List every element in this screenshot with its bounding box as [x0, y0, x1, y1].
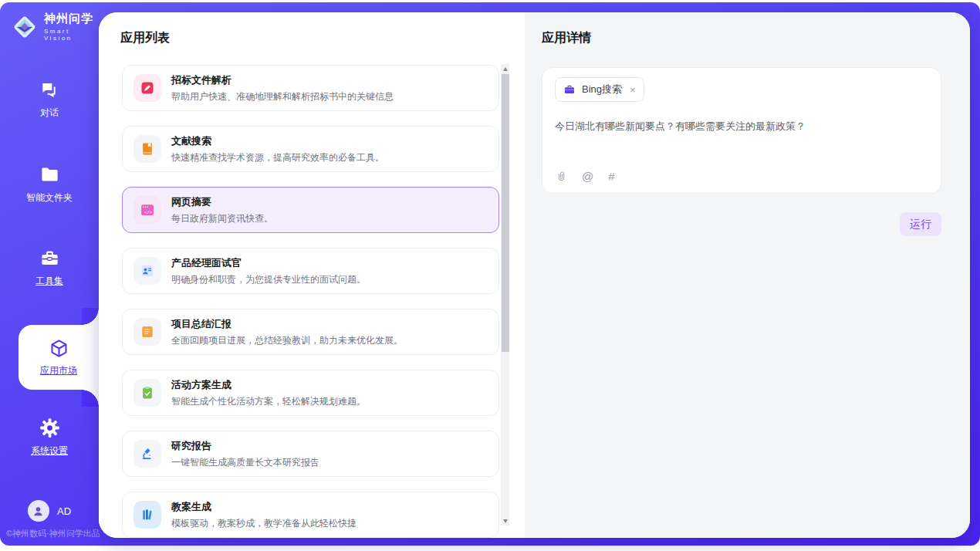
folder-icon: [39, 164, 60, 185]
research-report-icon: [133, 440, 161, 468]
brand-name: 神州问学: [44, 12, 99, 26]
tool-chip-bing-search[interactable]: Bing搜索 ×: [555, 77, 644, 102]
app-desc: 快速精准查找学术资源，提高研究效率的必备工具。: [171, 151, 384, 164]
app-desc: 全面回顾项目进展，总结经验教训，助力未来优化发展。: [171, 334, 403, 347]
chat-icon: [39, 79, 60, 100]
sidebar-footer: ©神州数码·神州问学出品: [6, 528, 100, 539]
sidebar-item-toolset[interactable]: 工具集: [0, 248, 99, 288]
gear-icon: [39, 417, 60, 438]
sidebar: 神州问学 Smart Vision 对话 智能文件夹 工具集: [0, 2, 99, 546]
app-card-research-report[interactable]: 研究报告 一键智能生成高质量长文本研究报告: [122, 431, 499, 477]
app-detail-title: 应用详情: [542, 30, 941, 46]
user-account[interactable]: AD: [0, 500, 99, 522]
sidebar-item-label: 应用市场: [40, 364, 77, 377]
content-container: 应用列表 招标文件解析 帮助用户快速、准确地理解和解析招标书中的关键信息 文献搜…: [99, 12, 970, 538]
app-name: 产品经理面试官: [171, 256, 366, 270]
webpage-summary-icon: </>: [133, 196, 161, 224]
sidebar-item-settings[interactable]: 系统设置: [0, 417, 99, 458]
app-name: 文献搜索: [171, 134, 384, 148]
literature-search-icon: [133, 135, 161, 163]
project-summary-icon: [133, 318, 161, 346]
app-desc: 模板驱动，教案秒成，教学准备从此轻松快捷: [171, 517, 357, 530]
sidebar-item-chat[interactable]: 对话: [0, 79, 99, 120]
briefcase-icon: [563, 83, 576, 96]
user-name: AD: [57, 505, 71, 517]
hash-icon[interactable]: #: [608, 171, 614, 183]
app-card-literature-search[interactable]: 文献搜索 快速精准查找学术资源，提高研究效率的必备工具。: [122, 126, 499, 172]
app-card-pm-interviewer[interactable]: 产品经理面试官 明确身份和职责，为您提供专业性的面试问题。: [122, 248, 499, 294]
close-icon[interactable]: ×: [630, 84, 636, 96]
tool-chip-label: Bing搜索: [582, 83, 622, 96]
attachment-icon[interactable]: [556, 170, 567, 183]
app-desc: 智能生成个性化活动方案，轻松解决规划难题。: [171, 395, 366, 408]
app-desc: 每日政府新闻资讯快查。: [171, 212, 273, 225]
sidebar-item-label: 对话: [40, 106, 59, 120]
scroll-down-icon[interactable]: [501, 516, 509, 526]
app-detail-panel: 应用详情 Bing搜索 × 今日湖北有哪些新闻要点？有哪些需要关注的最新政策？ …: [525, 12, 970, 538]
sidebar-item-smart-folder[interactable]: 智能文件夹: [0, 164, 99, 205]
user-avatar-icon: [32, 505, 45, 518]
prompt-text[interactable]: 今日湖北有哪些新闻要点？有哪些需要关注的最新政策？: [555, 120, 928, 134]
sidebar-item-app-market[interactable]: 应用市场: [19, 325, 99, 390]
input-toolbar: @ #: [556, 170, 615, 183]
app-list-title: 应用列表: [120, 30, 170, 46]
event-plan-icon: [133, 379, 161, 407]
app-desc: 帮助用户快速、准确地理解和解析招标书中的关键信息: [171, 90, 394, 103]
prompt-input-card[interactable]: Bing搜索 × 今日湖北有哪些新闻要点？有哪些需要关注的最新政策？ @ #: [542, 67, 941, 194]
app-desc: 一键智能生成高质量长文本研究报告: [171, 456, 319, 469]
svg-text:</>: </>: [144, 210, 153, 215]
pm-interviewer-icon: [133, 257, 161, 285]
mention-icon[interactable]: @: [582, 171, 593, 183]
app-name: 教案生成: [171, 500, 357, 514]
list-scrollbar[interactable]: [501, 64, 509, 526]
app-card-list: 招标文件解析 帮助用户快速、准确地理解和解析招标书中的关键信息 文献搜索 快速精…: [122, 65, 499, 538]
app-card-webpage-summary[interactable]: </> 网页摘要 每日政府新闻资讯快查。: [122, 187, 499, 233]
app-name: 研究报告: [171, 439, 319, 453]
app-name: 招标文件解析: [171, 73, 394, 87]
sidebar-item-label: 系统设置: [31, 445, 68, 458]
brand-logo: 神州问学 Smart Vision: [11, 12, 99, 42]
sidebar-item-label: 工具集: [35, 275, 63, 288]
app-card-event-plan[interactable]: 活动方案生成 智能生成个性化活动方案，轻松解决规划难题。: [122, 370, 499, 416]
app-name: 项目总结汇报: [171, 317, 403, 331]
app-desc: 明确身份和职责，为您提供专业性的面试问题。: [171, 273, 366, 286]
avatar: [28, 500, 49, 522]
tender-parse-icon: [133, 74, 161, 102]
sidebar-item-label: 智能文件夹: [26, 191, 73, 205]
toolbox-icon: [39, 248, 60, 269]
diamond-logo-icon: [11, 12, 39, 42]
app-list-panel: 应用列表 招标文件解析 帮助用户快速、准确地理解和解析招标书中的关键信息 文献搜…: [99, 12, 525, 538]
app-name: 活动方案生成: [171, 378, 366, 392]
brand-subtitle: Smart Vision: [44, 28, 99, 42]
lesson-plan-icon: [133, 501, 161, 529]
scrollbar-thumb[interactable]: [502, 74, 509, 352]
cube-icon: [49, 338, 69, 359]
app-name: 网页摘要: [171, 195, 273, 209]
app-card-tender-parse[interactable]: 招标文件解析 帮助用户快速、准确地理解和解析招标书中的关键信息: [122, 65, 499, 111]
scroll-up-icon[interactable]: [501, 64, 509, 73]
app-card-lesson-plan[interactable]: 教案生成 模板驱动，教案秒成，教学准备从此轻松快捷: [122, 492, 499, 538]
run-button[interactable]: 运行: [900, 212, 941, 236]
app-card-project-summary[interactable]: 项目总结汇报 全面回顾项目进展，总结经验教训，助力未来优化发展。: [122, 309, 499, 355]
